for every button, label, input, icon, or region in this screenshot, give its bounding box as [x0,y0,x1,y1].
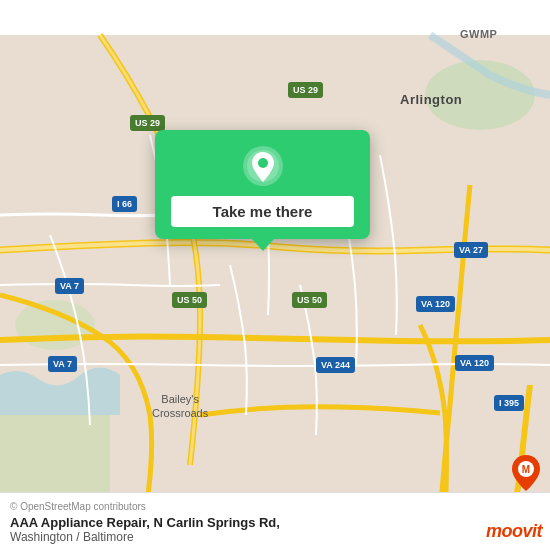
shield-i395: I 395 [494,395,524,411]
shield-us50-1: US 50 [172,292,207,308]
svg-text:M: M [522,464,530,475]
map-container: US 29 US 29 I 66 I 66 VA 7 VA 7 US 50 US… [0,0,550,550]
shield-va27: VA 27 [454,242,488,258]
shield-va7-2: VA 7 [48,356,77,372]
location-subtitle: Washington / Baltimore [10,530,280,544]
shield-us50-2: US 50 [292,292,327,308]
shield-va7-1: VA 7 [55,278,84,294]
gwmp-label: GWMP [460,28,497,40]
take-me-there-button[interactable]: Take me there [171,196,354,227]
moovit-pin-icon: M [510,453,542,495]
shield-us29-1: US 29 [130,115,165,131]
location-pin-icon [241,144,285,188]
moovit-brand-name: moovit [486,521,542,542]
neighborhood-label-baileys: Bailey'sCrossroads [152,392,208,421]
shield-va120-1: VA 120 [416,296,455,312]
city-label-arlington: Arlington [400,92,462,107]
location-title: AAA Appliance Repair, N Carlin Springs R… [10,515,280,530]
shield-i66-1: I 66 [112,196,137,212]
shield-va244: VA 244 [316,357,355,373]
copyright-text: © OpenStreetMap contributors [10,501,540,512]
shield-us29-2: US 29 [288,82,323,98]
popup-card: Take me there [155,130,370,239]
bottom-bar: © OpenStreetMap contributors AAA Applian… [0,492,550,550]
svg-point-6 [258,158,268,168]
shield-va120-2: VA 120 [455,355,494,371]
moovit-logo: moovit [486,521,542,542]
copyright-label: © OpenStreetMap contributors [10,501,146,512]
